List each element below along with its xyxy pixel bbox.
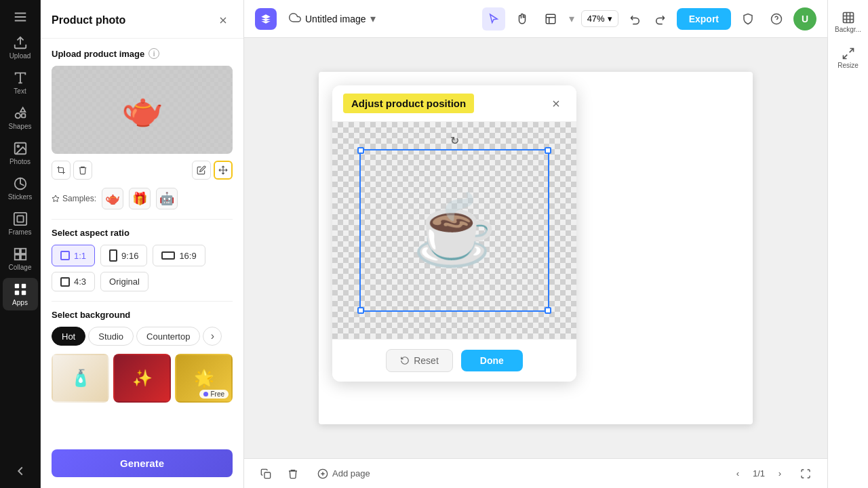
svg-rect-7 (14, 249, 19, 253)
user-avatar-btn[interactable]: U (793, 7, 816, 30)
prev-page-btn[interactable]: ‹ (728, 464, 747, 483)
adjust-position-modal: Adjust product position ☕ (332, 85, 576, 382)
hand-tool-btn[interactable] (511, 7, 534, 30)
canvas-page[interactable]: Adjust product position ☕ (319, 72, 753, 424)
sidebar-item-apps[interactable]: Apps (3, 278, 38, 310)
delete-tool-btn[interactable] (73, 161, 92, 180)
checkerboard-bg: 🫖 (52, 66, 233, 154)
sidebar-item-upload[interactable]: Upload (3, 31, 38, 64)
svg-rect-9 (14, 255, 19, 260)
sidebar-item-shapes-label: Shapes (9, 123, 32, 130)
layout-tool-btn[interactable] (539, 7, 562, 30)
right-tool-resize[interactable]: Resize (832, 41, 865, 75)
reset-button[interactable]: Reset (386, 349, 453, 372)
sample-thumb-1[interactable]: 🫖 (102, 188, 123, 209)
bg-tab-countertop[interactable]: Countertop (136, 327, 200, 346)
image-toolbar (52, 161, 233, 180)
svg-rect-5 (14, 213, 26, 225)
modal-footer: Reset Done (332, 339, 576, 382)
sidebar-item-collage-label: Collage (9, 264, 32, 271)
generate-button[interactable]: Generate (52, 449, 233, 477)
handle-bottom-left[interactable] (357, 307, 364, 314)
samples-label: Samples: (52, 194, 96, 203)
done-button[interactable]: Done (461, 350, 523, 371)
shield-icon-btn[interactable] (736, 7, 760, 30)
bg-thumb-2[interactable]: ✨ (113, 354, 171, 403)
modal-close-btn[interactable] (547, 94, 566, 113)
sample-thumb-2[interactable]: 🎁 (129, 188, 151, 209)
fullscreen-btn[interactable] (795, 463, 816, 485)
right-tool-resize-label: Resize (837, 62, 859, 69)
modal-title: Adjust product position (343, 94, 474, 113)
sidebar-collapse-btn[interactable] (3, 460, 38, 483)
crop-tool-btn[interactable] (52, 161, 71, 180)
redo-btn[interactable] (648, 7, 671, 30)
bg-tab-studio[interactable]: Studio (88, 327, 134, 346)
modal-canvas[interactable]: ☕ ↻ (332, 122, 576, 339)
right-sidebar: Backgr... Resize (827, 0, 868, 488)
handle-bottom-right[interactable] (545, 307, 551, 314)
delete-page-btn[interactable] (282, 463, 304, 485)
edit-tool-btn[interactable] (192, 161, 211, 180)
sidebar-item-text[interactable]: Text (3, 66, 38, 99)
sidebar-item-shapes[interactable]: Shapes (3, 102, 38, 134)
svg-rect-6 (17, 216, 23, 222)
page-indicator: 1/1 (753, 468, 765, 479)
background-grid: 🧴 ✨ 🌟 Free (52, 354, 233, 403)
sidebar-item-text-label: Text (14, 87, 26, 95)
modal-header: Adjust product position (332, 85, 576, 122)
file-cloud-icon (289, 12, 301, 26)
page-nav: ‹ 1/1 › (728, 464, 789, 483)
sidebar-item-apps-label: Apps (12, 299, 28, 306)
info-icon[interactable]: i (149, 48, 159, 59)
toolbar-filename: Untitled image (305, 14, 366, 24)
bg-thumb-3[interactable]: 🌟 Free (175, 354, 233, 403)
ratio-16-9-btn[interactable]: 16:9 (153, 245, 205, 266)
undo-btn[interactable] (624, 7, 647, 30)
bg-more-btn[interactable]: › (203, 327, 222, 346)
svg-rect-13 (14, 291, 18, 295)
svg-point-3 (17, 145, 19, 147)
ratio-grid: 1:1 9:16 16:9 4:3 Original (52, 245, 233, 291)
sidebar-item-photos[interactable]: Photos (3, 137, 38, 169)
export-button[interactable]: Export (677, 8, 731, 30)
right-tool-background[interactable]: Backgr... (832, 5, 865, 39)
sidebar-item-collage[interactable]: Collage (3, 243, 38, 275)
sample-thumb-3[interactable]: 🤖 (156, 188, 178, 209)
background-section-label: Select background (52, 310, 233, 320)
help-icon-btn[interactable] (765, 7, 788, 30)
sidebar-item-stickers[interactable]: Stickers (3, 172, 38, 205)
rotate-handle[interactable]: ↻ (448, 134, 460, 146)
app-brand (255, 8, 277, 30)
add-page-btn[interactable]: Add page (309, 464, 378, 483)
zoom-selector[interactable]: 47% ▾ (581, 10, 618, 27)
icon-sidebar: Upload Text Shapes Photos Stickers Frame… (0, 0, 41, 488)
svg-rect-20 (843, 13, 853, 23)
samples-row: Samples: 🫖 🎁 🤖 (52, 188, 233, 209)
sidebar-item-frames[interactable]: Frames (3, 207, 38, 240)
copy-page-btn[interactable] (255, 463, 277, 485)
svg-rect-11 (14, 284, 18, 288)
handle-top-right[interactable] (545, 147, 551, 154)
panel-close-button[interactable] (214, 11, 233, 30)
svg-point-0 (15, 113, 20, 118)
ratio-original-btn[interactable]: Original (100, 272, 149, 291)
next-page-btn[interactable]: › (770, 464, 789, 483)
file-name-area[interactable]: Untitled image ▾ (282, 7, 382, 30)
svg-rect-1 (21, 114, 25, 118)
select-tool-btn[interactable] (482, 7, 505, 30)
ratio-1-1-btn[interactable]: 1:1 (52, 245, 95, 266)
modal-overlay: Adjust product position ☕ (319, 72, 753, 424)
bg-tab-hot[interactable]: Hot (52, 327, 85, 346)
sidebar-item-photos-label: Photos (9, 158, 31, 165)
adjust-position-btn[interactable] (214, 161, 233, 180)
image-preview-area: 🫖 (52, 66, 233, 154)
ratio-9-16-btn[interactable]: 9:16 (100, 245, 147, 266)
bg-thumb-1[interactable]: 🧴 (52, 354, 109, 403)
handle-top-left[interactable] (357, 147, 364, 154)
filename-chevron-icon: ▾ (370, 12, 376, 25)
sidebar-item-menu[interactable] (3, 5, 38, 28)
canvas-content: Adjust product position ☕ (244, 38, 827, 458)
canvas-toolbar: Untitled image ▾ ▾ 47% ▾ (244, 0, 827, 38)
ratio-4-3-btn[interactable]: 4:3 (52, 272, 95, 291)
